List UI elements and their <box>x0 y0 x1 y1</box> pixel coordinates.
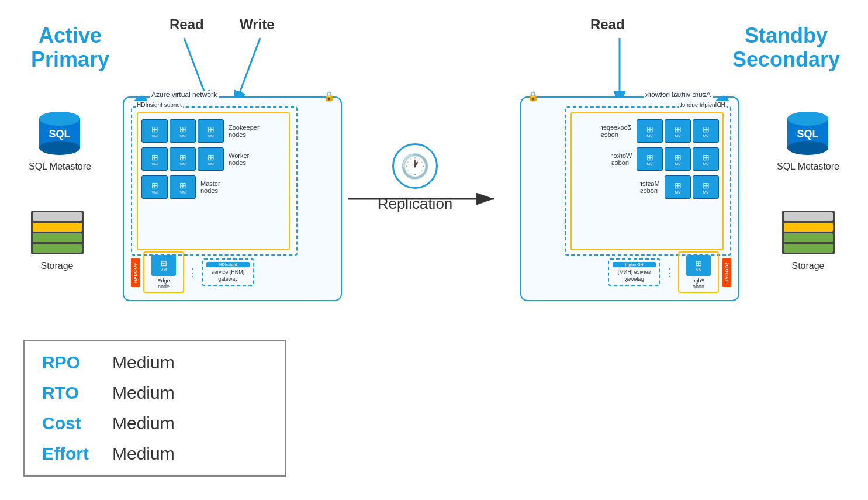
active-primary-label: ActivePrimary <box>18 23 123 72</box>
svg-rect-22 <box>784 212 833 221</box>
replication-circle: 🕐 <box>392 143 438 189</box>
read-label-right: Read <box>590 16 625 33</box>
svg-text:SQL: SQL <box>49 128 70 140</box>
effort-key: Effort <box>42 444 101 464</box>
rpo-key: RPO <box>42 353 101 373</box>
svg-rect-23 <box>784 223 833 232</box>
vnet-right-box: ☁ Azure virtual network 🔒 HDInsight subn… <box>520 96 739 301</box>
cost-key: Cost <box>42 413 101 433</box>
lock-icon-right: 🔒 <box>527 91 539 102</box>
main-container: { "left": { "active_primary": "Active\nP… <box>0 0 868 500</box>
hdinsight-subnet-right: HDInsight subnet ⊞MV ⊞MV ⊞MV <box>565 106 731 256</box>
storage-right-label: Storage <box>763 261 853 271</box>
metrics-box: RPO Medium RTO Medium Cost Medium Effort… <box>23 340 286 477</box>
storage-right: Storage <box>763 208 853 271</box>
sql-metastore-right: SQL SQL Metastore <box>766 108 850 172</box>
vnet-left-box: ☁ Azure virtual network 🔒 HDInsight subn… <box>123 96 342 301</box>
vnet-left-label: Azure virtual network <box>150 91 219 99</box>
svg-rect-15 <box>33 244 82 253</box>
storage-left-label: Storage <box>12 261 102 271</box>
svg-point-8 <box>39 141 80 155</box>
sql-metastore-right-label: SQL Metastore <box>766 161 850 172</box>
subnet-label-left: HDInsight subnet <box>136 102 183 108</box>
replication-section: 🕐 Replication <box>371 143 459 213</box>
read-label-left: Read <box>170 16 204 33</box>
svg-rect-14 <box>33 233 82 242</box>
svg-rect-24 <box>784 233 833 242</box>
svg-rect-12 <box>33 212 82 221</box>
sql-metastore-left: SQL SQL Metastore <box>18 108 102 172</box>
replication-label: Replication <box>371 195 459 213</box>
rpo-value: Medium <box>112 353 175 373</box>
storage-left: Storage <box>12 208 102 271</box>
vnet-right-label: Azure virtual network <box>644 91 713 99</box>
hdinsight-subnet-left: HDInsight subnet ⊞VM ⊞VM ⊞VM <box>131 106 298 256</box>
rto-key: RTO <box>42 383 101 403</box>
svg-text:SQL: SQL <box>797 128 818 140</box>
effort-value: Medium <box>112 444 175 464</box>
svg-point-18 <box>787 141 828 155</box>
svg-rect-13 <box>33 223 82 232</box>
standby-secondary-label: StandbySecondary <box>719 23 853 72</box>
svg-rect-25 <box>784 244 833 253</box>
sql-metastore-left-label: SQL Metastore <box>18 161 102 172</box>
cost-value: Medium <box>112 413 175 433</box>
lock-icon-left: 🔒 <box>323 91 335 102</box>
rto-value: Medium <box>112 383 175 403</box>
subnet-label-right: HDInsight subnet <box>679 102 727 108</box>
svg-point-20 <box>787 112 828 126</box>
svg-point-10 <box>39 112 80 126</box>
write-label: Write <box>240 16 275 33</box>
